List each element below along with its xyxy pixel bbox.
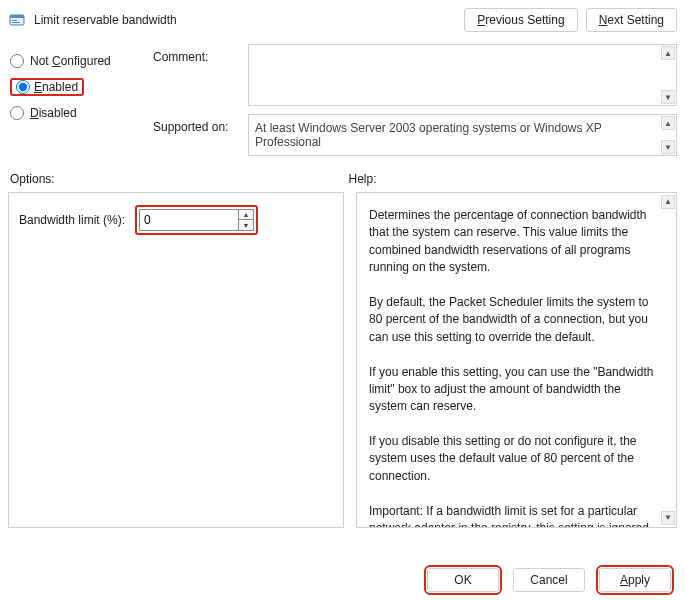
- radio-not-configured-input[interactable]: [10, 54, 24, 68]
- spinner-up-icon[interactable]: ▲: [239, 210, 253, 220]
- supported-on-textarea: At least Windows Server 2003 operating s…: [248, 114, 677, 156]
- policy-icon: [8, 11, 26, 29]
- bandwidth-limit-input[interactable]: [139, 209, 239, 231]
- help-paragraph: If you enable this setting, you can use …: [369, 364, 656, 416]
- comment-label: Comment:: [153, 44, 248, 64]
- radio-disabled-input[interactable]: [10, 106, 24, 120]
- dialog-footer: OK Cancel Apply: [427, 568, 671, 592]
- scroll-up-icon[interactable]: ▲: [661, 46, 675, 60]
- apply-button[interactable]: Apply: [599, 568, 671, 592]
- previous-setting-button[interactable]: Previous Setting: [464, 8, 577, 32]
- supported-label: Supported on:: [153, 114, 248, 134]
- help-paragraph: If you disable this setting or do not co…: [369, 433, 656, 485]
- comment-textarea[interactable]: ▲ ▼: [248, 44, 677, 106]
- help-paragraph: Important: If a bandwidth limit is set f…: [369, 503, 656, 528]
- top-section: Not Configured Enabled Disabled Comment:…: [0, 36, 685, 164]
- scroll-down-icon[interactable]: ▼: [661, 140, 675, 154]
- help-paragraph: By default, the Packet Scheduler limits …: [369, 294, 656, 346]
- dialog-title: Limit reservable bandwidth: [34, 13, 177, 27]
- bandwidth-limit-row: Bandwidth limit (%): ▲ ▼: [19, 205, 333, 235]
- supported-on-text: At least Windows Server 2003 operating s…: [255, 121, 602, 149]
- options-panel: Bandwidth limit (%): ▲ ▼: [8, 192, 344, 528]
- radio-enabled-label: Enabled: [34, 80, 78, 94]
- radio-disabled[interactable]: Disabled: [8, 100, 153, 126]
- next-setting-button[interactable]: Next Setting: [586, 8, 677, 32]
- scroll-down-icon[interactable]: ▼: [661, 511, 675, 525]
- scroll-up-icon[interactable]: ▲: [661, 195, 675, 209]
- bandwidth-limit-label: Bandwidth limit (%):: [19, 213, 125, 227]
- radio-enabled[interactable]: Enabled: [8, 74, 153, 100]
- radio-enabled-input[interactable]: [16, 80, 30, 94]
- scroll-down-icon[interactable]: ▼: [661, 90, 675, 104]
- fields-column: Comment: ▲ ▼ Supported on: At least Wind…: [153, 44, 677, 164]
- svg-rect-2: [12, 20, 17, 21]
- scroll-up-icon[interactable]: ▲: [661, 116, 675, 130]
- options-title: Options:: [8, 172, 343, 186]
- dialog-header: Limit reservable bandwidth Previous Sett…: [0, 0, 685, 36]
- radio-not-configured-label: Not Configured: [30, 54, 111, 68]
- bandwidth-limit-spinner[interactable]: ▲ ▼: [139, 209, 254, 231]
- spinner-down-icon[interactable]: ▼: [239, 220, 253, 230]
- help-title: Help:: [343, 172, 678, 186]
- section-titles: Options: Help:: [0, 164, 685, 192]
- policy-dialog: Limit reservable bandwidth Previous Sett…: [0, 0, 685, 600]
- svg-rect-3: [12, 22, 20, 23]
- cancel-button[interactable]: Cancel: [513, 568, 585, 592]
- ok-button[interactable]: OK: [427, 568, 499, 592]
- state-radio-group: Not Configured Enabled Disabled: [8, 44, 153, 164]
- svg-rect-1: [10, 15, 24, 18]
- panels-row: Bandwidth limit (%): ▲ ▼ Determines the …: [0, 192, 685, 528]
- help-paragraph: Determines the percentage of connection …: [369, 207, 656, 277]
- help-panel: Determines the percentage of connection …: [356, 192, 677, 528]
- radio-not-configured[interactable]: Not Configured: [8, 48, 153, 74]
- radio-disabled-label: Disabled: [30, 106, 77, 120]
